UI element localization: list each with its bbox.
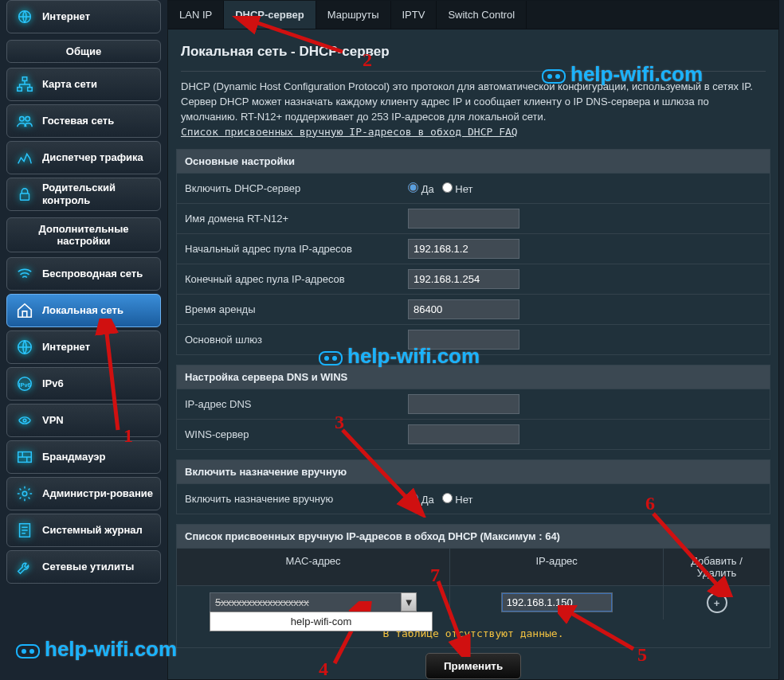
annotation-num-5: 5 <box>637 645 647 664</box>
dropdown-option[interactable]: help-wifi-com <box>210 612 433 631</box>
home-icon <box>14 299 36 322</box>
svg-rect-6 <box>21 193 29 200</box>
radio-no-label: Нет <box>455 183 472 195</box>
radio-yes[interactable] <box>408 182 418 193</box>
svg-point-5 <box>25 117 29 122</box>
radio-manual-no[interactable] <box>442 493 453 503</box>
radio-manual-yes[interactable] <box>408 493 418 503</box>
table-input-row: ▼ help-wifi-com + <box>177 585 770 619</box>
plus-icon: + <box>714 597 720 609</box>
input-gateway[interactable] <box>408 330 519 350</box>
label-pool-start: Начальный адрес пула IP-адресов <box>177 236 400 261</box>
label: Беспроводная сеть <box>42 268 154 280</box>
label: Родительский контроль <box>42 182 154 206</box>
label: Да <box>421 494 434 506</box>
input-lease[interactable] <box>408 299 519 319</box>
input-ip[interactable] <box>501 592 613 612</box>
panel-manual-assignment: Включить назначение вручную Включить наз… <box>176 459 770 514</box>
radio-manual[interactable]: Да Нет <box>408 493 762 506</box>
svg-point-10 <box>23 419 26 422</box>
watermark: help-wifi.com <box>16 637 177 662</box>
sidebar-item-firewall[interactable]: Брандмауэр <box>6 440 161 474</box>
sidebar-header-advanced: Дополнительные настройки <box>6 217 161 252</box>
svg-rect-1 <box>22 77 27 81</box>
admin-icon <box>14 483 36 505</box>
wifi-icon <box>14 263 36 285</box>
label: Локальная сеть <box>42 304 154 317</box>
input-domain[interactable] <box>408 209 519 229</box>
svg-point-12 <box>22 491 27 496</box>
table-header-row: MAC-адрес IP-адрес Добавить / Удалить <box>177 548 770 585</box>
panel-dns-wins: Настройка сервера DNS и WINS IP-адрес DN… <box>176 365 770 450</box>
tab-iptv[interactable]: IPTV <box>391 1 437 29</box>
radio-no[interactable] <box>442 182 453 193</box>
input-wins[interactable] <box>408 424 519 444</box>
sidebar-item-lan[interactable]: Локальная сеть <box>6 294 161 327</box>
add-button[interactable]: + <box>707 592 727 613</box>
radio-yes-label: Да <box>421 183 434 195</box>
divider <box>181 71 766 72</box>
sidebar-item-guest-network[interactable]: Гостевая сеть <box>6 104 161 138</box>
tab-routes[interactable]: Маршруты <box>316 1 391 29</box>
label-pool-end: Конечный адрес пула IP-адресов <box>177 267 400 291</box>
sidebar-item-system-log[interactable]: Системный журнал <box>6 514 161 547</box>
label-enable-dhcp: Включить DHCP-сервер <box>177 176 400 201</box>
vpn-icon <box>14 409 36 432</box>
sidebar-item-vpn[interactable]: VPN <box>6 404 161 437</box>
sidebar-item-network-map[interactable]: Карта сети <box>6 68 161 101</box>
svg-text:IPv6: IPv6 <box>18 381 30 389</box>
sidebar-item-wireless[interactable]: Беспроводная сеть <box>6 257 161 291</box>
svg-point-4 <box>20 117 24 122</box>
panel-header: Основные настройки <box>177 150 770 173</box>
label: Карта сети <box>42 78 154 91</box>
input-mac[interactable] <box>210 592 417 612</box>
watermark-text: help-wifi.com <box>45 637 177 661</box>
col-ip: IP-адрес <box>449 549 663 585</box>
panel-basic-settings: Основные настройки Включить DHCP-сервер … <box>176 149 770 355</box>
main-content: LAN IP DHCP-сервер Маршруты IPTV Switch … <box>167 0 779 680</box>
sidebar-item-ipv6[interactable]: IPv6 IPv6 <box>6 367 161 401</box>
sidebar-item-administration[interactable]: Администри-рование <box>6 477 161 510</box>
svg-rect-3 <box>28 88 32 92</box>
firewall-icon <box>14 446 36 468</box>
sitemap-icon <box>14 73 36 96</box>
sidebar-item-network-tools[interactable]: Сетевые утилиты <box>6 550 161 584</box>
radio-enable-dhcp[interactable]: Да Нет <box>408 182 762 195</box>
apply-button[interactable]: Применить <box>425 653 521 679</box>
traffic-monitor-icon <box>14 147 36 169</box>
annotation-num-7: 7 <box>430 565 440 584</box>
globe-pulse-icon <box>14 6 36 28</box>
sidebar-header-general: Общие <box>6 40 161 63</box>
col-mac: MAC-адрес <box>177 549 449 585</box>
sidebar: Интернет Общие Карта сети Гостевая сеть … <box>6 0 161 587</box>
globe-icon <box>14 336 36 358</box>
sidebar-item-internet-top[interactable]: Интернет <box>6 0 161 33</box>
tools-icon <box>14 556 36 578</box>
page-title: Локальная сеть - DHCP-сервер <box>168 29 778 66</box>
tab-dhcp-server[interactable]: DHCP-сервер <box>224 1 316 29</box>
input-dns[interactable] <box>408 394 519 414</box>
tabs: LAN IP DHCP-сервер Маршруты IPTV Switch … <box>168 1 778 29</box>
label-lease: Время аренды <box>177 297 400 322</box>
tab-switch-control[interactable]: Switch Control <box>437 1 527 29</box>
panel-header: Включить назначение вручную <box>177 460 770 483</box>
label: VPN <box>42 414 154 427</box>
input-pool-start[interactable] <box>408 239 519 259</box>
svg-rect-2 <box>18 88 22 92</box>
faq-link[interactable]: Список присвоенных вручную IP-адресов в … <box>181 126 518 138</box>
description-text: DHCP (Dynamic Host Configuration Protoco… <box>181 80 753 123</box>
tab-lan-ip[interactable]: LAN IP <box>168 1 224 29</box>
label: Нет <box>455 494 472 506</box>
label-dns: IP-адрес DNS <box>177 392 400 416</box>
panel-manual-list: Список присвоенных вручную IP-адресов в … <box>176 524 770 648</box>
label: Системный журнал <box>42 524 154 537</box>
sidebar-item-wan[interactable]: Интернет <box>6 330 161 364</box>
label-wins: WINS-сервер <box>177 422 400 447</box>
dropdown-toggle[interactable]: ▼ <box>401 592 417 612</box>
annotation-num-6: 6 <box>645 494 655 513</box>
sidebar-item-parental-control[interactable]: Родительский контроль <box>6 178 161 211</box>
ipv6-icon: IPv6 <box>14 373 36 395</box>
sidebar-item-traffic-manager[interactable]: Диспетчер трафика <box>6 141 161 174</box>
input-pool-end[interactable] <box>408 269 519 289</box>
panel-header: Настройка сервера DNS и WINS <box>177 365 770 389</box>
